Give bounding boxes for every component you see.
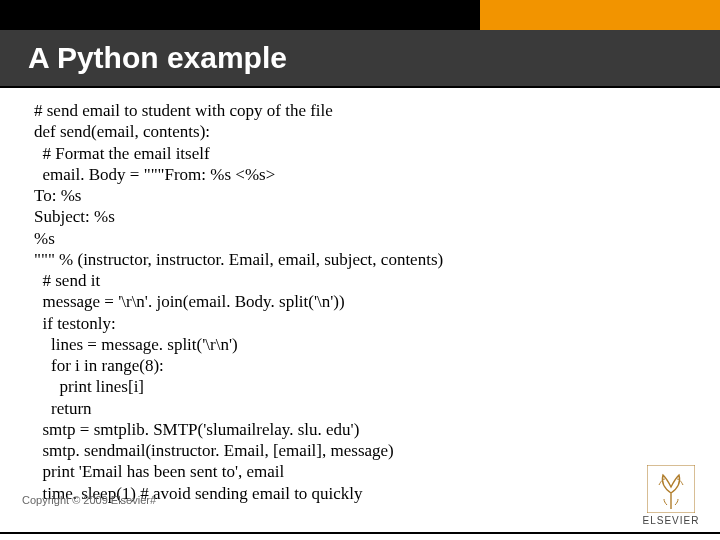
tree-icon [647, 465, 695, 513]
slide-title: A Python example [28, 41, 287, 75]
code-line: %s [34, 228, 674, 249]
copyright-text: Copyright © 2009 Elsevier# [22, 494, 156, 506]
code-line: lines = message. split('\r\n') [34, 334, 674, 355]
code-line: # send it [34, 270, 674, 291]
bottom-rule [0, 532, 720, 534]
code-line: Subject: %s [34, 206, 674, 227]
code-line: def send(email, contents): [34, 121, 674, 142]
code-line: return [34, 398, 674, 419]
code-line: email. Body = """From: %s <%s> [34, 164, 674, 185]
code-line: # send email to student with copy of the… [34, 100, 674, 121]
code-line: print lines[i] [34, 376, 674, 397]
code-line: To: %s [34, 185, 674, 206]
title-rule [0, 86, 720, 88]
code-line: for i in range(8): [34, 355, 674, 376]
code-line: smtp = smtplib. SMTP('slumailrelay. slu.… [34, 419, 674, 440]
publisher-logo: ELSEVIER [636, 465, 706, 526]
code-line: if testonly: [34, 313, 674, 334]
code-block: # send email to student with copy of the… [34, 100, 674, 504]
slide: A Python example # send email to student… [0, 0, 720, 540]
code-line: smtp. sendmail(instructor. Email, [email… [34, 440, 674, 461]
code-line: print 'Email has been sent to', email [34, 461, 674, 482]
code-line: message = '\r\n'. join(email. Body. spli… [34, 291, 674, 312]
publisher-name: ELSEVIER [636, 515, 706, 526]
code-line: # Format the email itself [34, 143, 674, 164]
title-band: A Python example [0, 30, 720, 86]
accent-bar [480, 0, 720, 30]
code-line: """ % (instructor, instructor. Email, em… [34, 249, 674, 270]
